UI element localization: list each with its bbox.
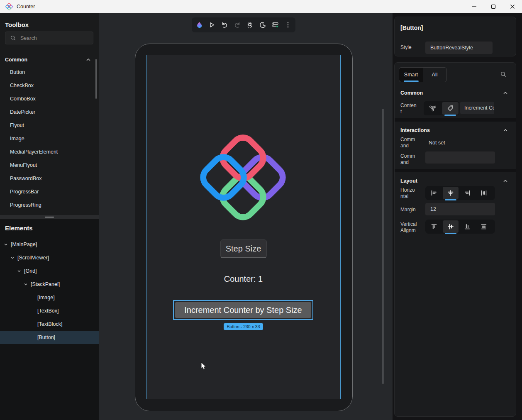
content-mode-group [424, 101, 459, 115]
section-interactions[interactable]: Interactions [395, 125, 516, 136]
toolbox-item-image[interactable]: Image [0, 132, 99, 145]
toolbox-item-menuflyout[interactable]: MenuFlyout [0, 159, 99, 172]
align-right-icon[interactable] [459, 187, 475, 199]
tree-item-label: [TextBlock] [37, 321, 62, 327]
canvas-scrollbar[interactable] [383, 109, 383, 384]
undo-icon[interactable] [219, 20, 230, 30]
section-common[interactable]: Common [395, 88, 516, 98]
binding-icon[interactable] [424, 102, 441, 115]
command-parameter-input[interactable] [425, 151, 495, 164]
canvas-toolbar [192, 17, 295, 32]
left-sidebar: Toolbox Common Button CheckBox ComboBox … [0, 13, 99, 420]
minimize-button[interactable] [465, 0, 484, 13]
section-layout[interactable]: Layout [395, 176, 516, 186]
toolbox-section-common[interactable]: Common [0, 53, 99, 66]
app-screen[interactable]: Step Size Counter: 1 Increment Counter b… [146, 55, 341, 399]
command-label: Comm and [400, 137, 415, 149]
chevron-down-icon[interactable] [3, 242, 8, 247]
play-icon[interactable] [206, 20, 217, 30]
section-separator [395, 169, 516, 172]
align-stretch-vertical-icon[interactable] [476, 220, 492, 233]
toolbox-search-input[interactable] [20, 35, 87, 41]
align-center-icon[interactable] [443, 187, 459, 199]
step-size-textbox[interactable]: Step Size [220, 239, 267, 258]
section-label: Common [400, 90, 423, 96]
search-icon [10, 35, 16, 41]
tab-all[interactable]: All [423, 68, 446, 82]
chevron-down-icon[interactable] [10, 255, 15, 260]
properties-search-icon[interactable] [500, 71, 507, 79]
section-label: Common [5, 57, 27, 63]
chevron-down-icon[interactable] [23, 282, 28, 287]
horizontal-alignment-label: Horizo ntal [400, 187, 415, 200]
tree-item-grid[interactable]: [Grid] [0, 264, 99, 278]
toolbox-list: Button CheckBox ComboBox DatePicker Flyo… [0, 66, 99, 212]
tree-item-image[interactable]: [Image] [0, 291, 99, 304]
tab-smart[interactable]: Smart [399, 68, 423, 82]
toolbox-search[interactable] [5, 32, 93, 44]
theme-moon-icon[interactable] [257, 20, 268, 30]
section-label: Layout [400, 178, 417, 184]
device-status-check-icon[interactable] [270, 20, 281, 30]
design-canvas[interactable]: Step Size Counter: 1 Increment Counter b… [99, 13, 393, 420]
selected-mode-indicator [444, 115, 456, 116]
counter-textblock[interactable]: Counter: 1 [146, 274, 340, 284]
tree-item-textblock[interactable]: [TextBlock] [0, 317, 99, 331]
chevron-up-icon [502, 127, 508, 133]
chevron-up-icon [85, 57, 91, 63]
tree-item-scrollviewer[interactable]: [ScrollViewer] [0, 251, 99, 264]
chevron-down-icon[interactable] [17, 269, 22, 273]
tab-label: All [432, 72, 438, 78]
align-left-icon[interactable] [426, 187, 442, 199]
vertical-alignment-label: Vertical Alignm [400, 221, 417, 234]
command-value[interactable]: Not set [429, 140, 445, 146]
tree-item-label: [Button] [37, 335, 55, 340]
selected-alignment-indicator [445, 233, 456, 234]
more-vertical-icon[interactable] [283, 20, 293, 30]
toolbox-item-progressring[interactable]: ProgressRing [0, 198, 99, 212]
tree-item-stackpanel[interactable]: [StackPanel] [0, 278, 99, 291]
align-middle-icon[interactable] [443, 220, 459, 233]
inspect-element-icon[interactable] [244, 20, 255, 30]
style-label: Style [400, 44, 412, 51]
content-label: Conten t [400, 103, 417, 115]
hot-design-flame-icon[interactable] [194, 20, 205, 30]
margin-input[interactable] [425, 203, 495, 215]
tree-item-button-selected[interactable]: [Button] [0, 331, 99, 344]
align-bottom-icon[interactable] [459, 220, 475, 233]
section-separator [395, 118, 516, 122]
tree-item-label: [Image] [37, 295, 55, 300]
redo-icon[interactable] [232, 20, 243, 30]
toolbox-item-mediaplayerelement[interactable]: MediaPlayerElement [0, 145, 99, 159]
toolbox-item-combobox[interactable]: ComboBox [0, 92, 99, 105]
style-input[interactable] [425, 42, 493, 54]
align-top-icon[interactable] [426, 220, 442, 233]
active-tab-indicator [404, 81, 419, 82]
app-window: Counter Toolbox Common Button CheckBox C… [0, 0, 522, 420]
content-value-field[interactable]: Increment Co [460, 102, 494, 114]
mouse-cursor [201, 362, 208, 371]
tree-item-textbox[interactable]: [TextBox] [0, 304, 99, 317]
toolbox-item-checkbox[interactable]: CheckBox [0, 79, 99, 92]
tree-item-mainpage[interactable]: [MainPage] [0, 238, 99, 251]
close-button[interactable] [503, 0, 522, 13]
command-parameter-label: Comm and [400, 153, 415, 166]
panel-resize-handle[interactable] [0, 215, 99, 219]
literal-tag-icon[interactable] [442, 102, 459, 115]
window-title: Counter [17, 4, 35, 10]
align-stretch-icon[interactable] [476, 187, 492, 199]
app-logo-image[interactable] [198, 133, 288, 222]
toolbox-item-button[interactable]: Button [0, 66, 99, 79]
increment-counter-button[interactable]: Increment Counter by Step Size [175, 302, 311, 318]
properties-panel: [Button] Style Smart All Common Conten t… [393, 13, 522, 420]
toolbox-item-progressbar[interactable]: ProgressBar [0, 185, 99, 198]
toolbox-item-passwordbox[interactable]: PasswordBox [0, 172, 99, 185]
resize-grip [45, 217, 54, 217]
app-logo-icon [5, 3, 13, 10]
toolbox-item-flyout[interactable]: Flyout [0, 119, 99, 132]
toolbox-item-datepicker[interactable]: DatePicker [0, 105, 99, 119]
device-frame: Step Size Counter: 1 Increment Counter b… [135, 44, 353, 411]
selected-alignment-indicator [445, 199, 456, 200]
maximize-button[interactable] [484, 0, 503, 13]
elements-panel: Elements [MainPage] [ScrollViewer] [Grid… [0, 219, 99, 420]
